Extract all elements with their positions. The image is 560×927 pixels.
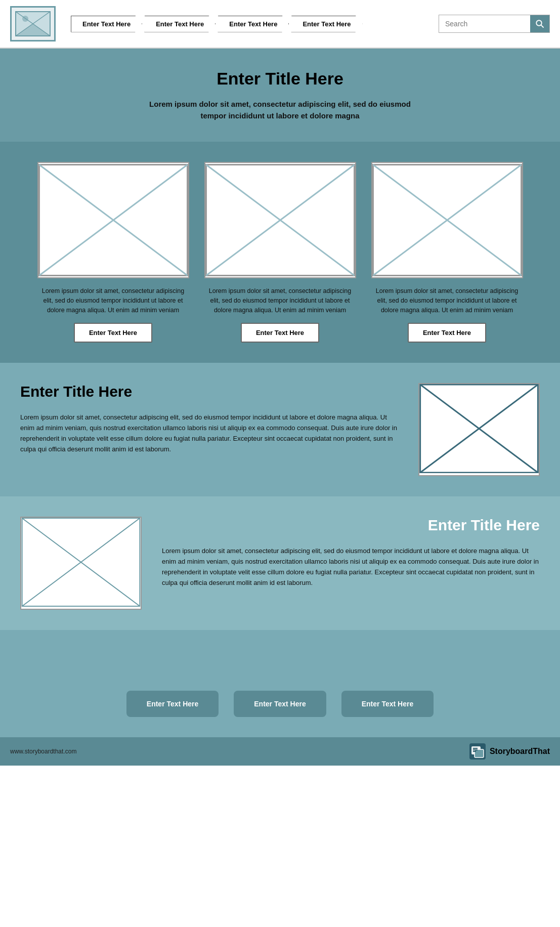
nav-item-4[interactable]: Enter Text Here [291,16,362,32]
card-1: Lorem ipsum dolor sit amet, consectetur … [37,162,189,343]
hero-section: Enter Title Here Lorem ipsum dolor sit a… [0,49,560,142]
section-right-content: Enter Title Here Lorem ipsum dolor sit a… [20,383,398,454]
card-2: Lorem ipsum dolor sit amet, consectetur … [204,162,356,343]
card-1-button[interactable]: Enter Text Here [74,323,152,343]
logo [10,6,56,41]
cta-button-3[interactable]: Enter Text Here [341,691,434,717]
section-right-body: Lorem ipsum dolor sit amet, consectetur … [20,412,398,454]
nav-bar: Enter Text Here Enter Text Here Enter Te… [71,16,363,32]
nav-item-1[interactable]: Enter Text Here [71,16,142,32]
svg-rect-23 [475,749,484,757]
cards-section: Lorem ipsum dolor sit amet, consectetur … [0,142,560,363]
footer-url: www.storyboardthat.com [10,748,76,755]
search-input[interactable] [439,16,530,32]
card-2-text: Lorem ipsum dolor sit amet, consectetur … [204,286,356,315]
section-left-title: Enter Title Here [162,517,540,534]
footer: www.storyboardthat.com StoryboardThat [0,737,560,766]
header: Enter Text Here Enter Text Here Enter Te… [0,0,560,49]
cta-button-1[interactable]: Enter Text Here [126,691,219,717]
nav-item-3[interactable]: Enter Text Here [218,16,289,32]
section-left-body: Lorem ipsum dolor sit amet, consectetur … [162,546,540,588]
card-3-text: Lorem ipsum dolor sit amet, consectetur … [371,286,523,315]
section-left-image [20,517,142,610]
svg-line-6 [541,25,544,28]
hero-subtitle: Lorem ipsum dolor sit amet, consectetur … [149,99,412,121]
card-3-button[interactable]: Enter Text Here [408,323,486,343]
card-3: Lorem ipsum dolor sit amet, consectetur … [371,162,523,343]
section-text-image-right: Enter Title Here Lorem ipsum dolor sit a… [0,363,560,496]
brand-name: StoryboardThat [490,747,550,756]
svg-point-3 [22,16,28,22]
card-1-text: Lorem ipsum dolor sit amet, consectetur … [37,286,189,315]
card-1-image [37,162,189,278]
search-icon [535,19,544,28]
card-2-image [204,162,356,278]
section-right-title: Enter Title Here [20,383,398,400]
cta-button-2[interactable]: Enter Text Here [234,691,326,717]
search-button[interactable] [530,15,549,32]
search-bar [439,15,550,33]
cta-buttons-group: Enter Text Here Enter Text Here Enter Te… [20,691,540,717]
card-3-image [371,162,523,278]
svg-point-5 [536,20,542,26]
logo-image [15,11,51,36]
section-right-image [418,383,540,476]
card-2-button[interactable]: Enter Text Here [241,323,319,343]
footer-brand: StoryboardThat [469,743,550,760]
nav-item-2[interactable]: Enter Text Here [144,16,216,32]
section-left-content: Enter Title Here Lorem ipsum dolor sit a… [162,517,540,588]
footer-cta-section: Enter Text Here Enter Text Here Enter Te… [0,630,560,737]
cards-grid: Lorem ipsum dolor sit amet, consectetur … [20,162,540,343]
hero-title: Enter Title Here [40,69,520,89]
brand-icon [469,743,486,760]
section-image-left-text-right: Enter Title Here Lorem ipsum dolor sit a… [0,496,560,630]
